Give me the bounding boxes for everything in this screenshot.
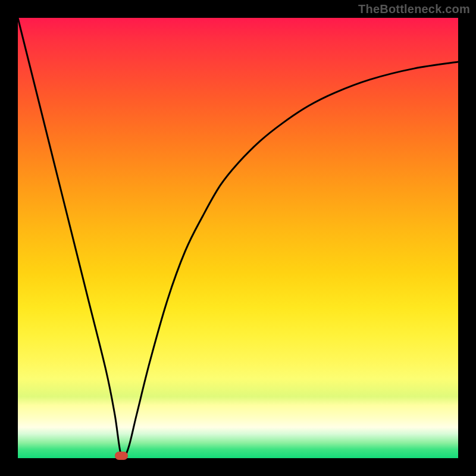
optimum-marker — [115, 452, 128, 460]
watermark-label: TheBottleneck.com — [358, 2, 470, 16]
bottleneck-curve — [18, 18, 458, 458]
plot-area — [18, 18, 458, 458]
chart-frame: TheBottleneck.com — [0, 0, 476, 476]
